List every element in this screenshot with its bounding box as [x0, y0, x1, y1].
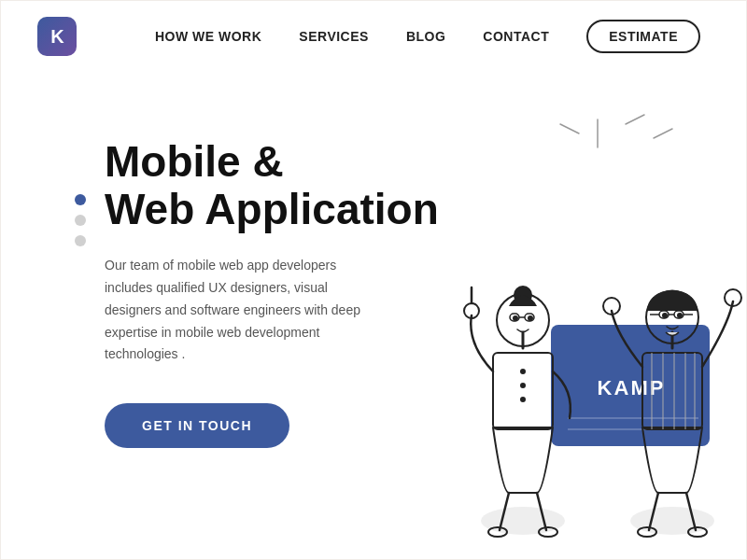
nav-link-contact[interactable]: CONTACT: [483, 29, 549, 44]
hero-section: Mobile & Web Application Our team of mob…: [0, 73, 747, 558]
nav-link-blog[interactable]: BLOG: [406, 29, 445, 44]
nav-link-services[interactable]: SERVICES: [299, 29, 369, 44]
slide-indicators: [75, 194, 86, 246]
nav-estimate-item[interactable]: ESTIMATE: [586, 28, 700, 45]
svg-text:KAMP: KAMP: [598, 376, 666, 399]
estimate-button[interactable]: ESTIMATE: [586, 20, 700, 53]
illustration-svg: KAMP: [355, 73, 747, 558]
nav-item-how-we-work[interactable]: HOW WE WORK: [155, 28, 261, 45]
svg-point-26: [630, 507, 714, 535]
svg-line-1: [626, 115, 644, 124]
hero-illustration: KAMP: [355, 73, 747, 558]
nav-item-services[interactable]: SERVICES: [299, 28, 369, 45]
hero-description: Our team of mobile web app developers in…: [105, 255, 385, 366]
navbar: K HOW WE WORK SERVICES BLOG CONTACT ESTI…: [0, 0, 747, 73]
get-in-touch-button[interactable]: GET IN TOUCH: [105, 403, 289, 448]
dot-2[interactable]: [75, 215, 86, 226]
svg-line-3: [654, 129, 672, 138]
svg-line-2: [560, 124, 579, 133]
svg-point-14: [520, 383, 526, 388]
dot-1[interactable]: [75, 194, 86, 205]
svg-point-15: [520, 397, 526, 402]
logo[interactable]: K: [37, 17, 77, 56]
svg-rect-12: [493, 353, 553, 429]
nav-links: HOW WE WORK SERVICES BLOG CONTACT ESTIMA…: [155, 28, 700, 45]
nav-item-blog[interactable]: BLOG: [406, 28, 445, 45]
nav-item-contact[interactable]: CONTACT: [483, 28, 549, 45]
dot-3[interactable]: [75, 235, 86, 246]
nav-link-how-we-work[interactable]: HOW WE WORK: [155, 29, 261, 44]
logo-icon: K: [37, 17, 77, 56]
svg-point-7: [481, 507, 565, 535]
svg-point-13: [520, 369, 526, 374]
